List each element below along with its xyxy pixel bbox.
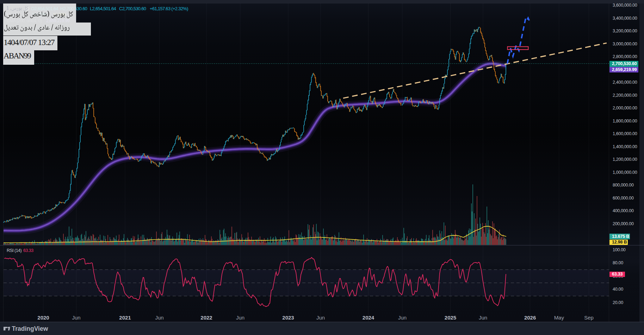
svg-text:TradingView: TradingView (12, 325, 48, 332)
